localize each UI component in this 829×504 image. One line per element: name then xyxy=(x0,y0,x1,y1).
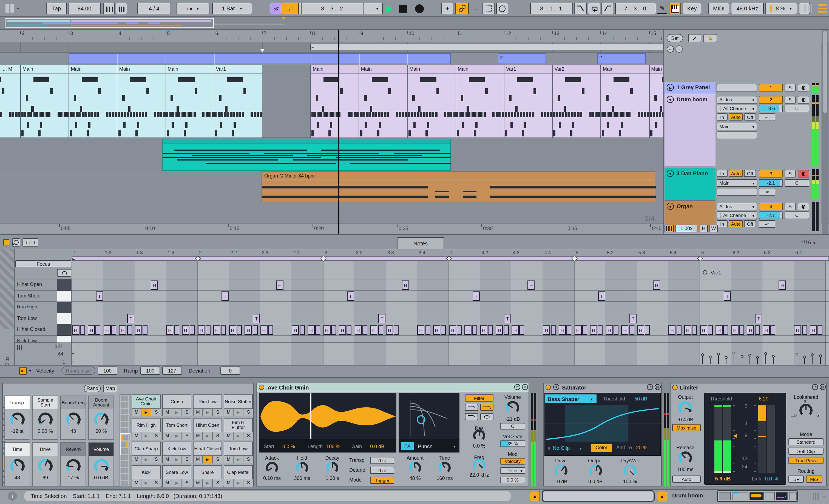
macro-knob[interactable] xyxy=(10,459,25,473)
drum-pad-kick-low[interactable]: Kick LowM▶S xyxy=(162,441,191,463)
arrangement-clip-drum[interactable]: Var1 xyxy=(504,65,552,138)
routing-ms-button[interactable]: M/S xyxy=(806,475,822,482)
preview-headphone-button[interactable] xyxy=(57,269,71,277)
filter-morph-button[interactable] xyxy=(480,413,494,420)
cpu-meter[interactable]: 8 %▼ xyxy=(765,3,797,14)
input-type-menu[interactable]: All Ins▼ xyxy=(717,203,757,210)
midi-note-cell[interactable] xyxy=(692,325,697,335)
pad-solo-button[interactable]: S xyxy=(244,479,253,487)
monitor-off-button[interactable]: Off xyxy=(744,113,756,120)
monitor-in-button[interactable]: In xyxy=(717,220,728,227)
pad-solo-button[interactable]: S xyxy=(213,479,223,487)
pad-play-button[interactable]: ▶ xyxy=(141,432,151,440)
note-grid[interactable] xyxy=(72,249,829,377)
drum-pad-snare-low[interactable]: Snare LowM▶S xyxy=(162,465,191,487)
pad-mute-button[interactable]: M xyxy=(132,432,141,440)
follow-button[interactable]: →┆ xyxy=(281,3,299,14)
sample-info-bar[interactable]: Start0.0 %Length100 %Gain0.0 dB xyxy=(259,439,396,453)
midi-note-cell[interactable]: T xyxy=(253,314,260,323)
pad-mute-button[interactable]: M xyxy=(132,479,141,487)
pad-solo-button[interactable]: S xyxy=(213,409,223,416)
pad-solo-button[interactable]: S xyxy=(151,409,161,416)
midi-note-cell[interactable] xyxy=(488,325,493,335)
pad-play-button[interactable]: ▶ xyxy=(203,432,213,440)
pad-play-button[interactable]: ▶ xyxy=(172,456,182,463)
audio-to-empty[interactable] xyxy=(717,188,757,196)
drum-pad-ave-choir-gmin[interactable]: Ave Choir GminM▶S xyxy=(132,394,160,416)
tab-notes[interactable]: Notes xyxy=(397,237,444,249)
input-channel-menu[interactable]: ┆ All Channe▼ xyxy=(717,211,757,219)
dry-wet-knob[interactable] xyxy=(624,464,636,477)
midi-note-cell[interactable]: H xyxy=(323,325,330,335)
midi-note-cell[interactable]: T xyxy=(221,292,229,301)
midi-note-cell[interactable]: T xyxy=(629,314,637,323)
arrangement-clip-drum[interactable]: Main xyxy=(165,65,214,138)
tempo-field[interactable]: 84.00 xyxy=(68,3,101,14)
arrangement-clip-drum[interactable]: Main xyxy=(601,65,649,138)
draw-mode-button[interactable]: ✎ xyxy=(657,3,667,14)
threshold-value[interactable]: -5.9 dB xyxy=(713,475,730,481)
waveform-zoom-button[interactable] xyxy=(664,225,674,232)
clip-marker-var1[interactable]: Var1 xyxy=(703,270,736,276)
midi-note-cell[interactable] xyxy=(645,325,650,335)
param-value[interactable]: 0.0 dB xyxy=(370,444,384,449)
fx-toggle[interactable]: FX xyxy=(401,442,414,450)
note-tools-button[interactable]: ⇤ xyxy=(19,367,27,375)
midi-note-cell[interactable] xyxy=(504,325,508,335)
clip-boundary-diamond-icon[interactable] xyxy=(195,256,201,262)
pad-mute-button[interactable]: M xyxy=(193,479,203,487)
velocity-marker[interactable] xyxy=(772,355,775,358)
param-value[interactable]: 100 % xyxy=(326,444,340,449)
midi-note-cell[interactable]: H xyxy=(88,325,95,335)
midi-note-cell[interactable]: T xyxy=(127,314,134,323)
rand-button[interactable]: Rand xyxy=(84,385,101,392)
simpler-volume-knob[interactable] xyxy=(506,401,519,414)
midi-note-cell[interactable] xyxy=(708,325,713,335)
clip-view-selector[interactable] xyxy=(542,490,655,502)
loop-start-field[interactable]: 8. 1. 1 xyxy=(530,3,573,14)
filter-type-button[interactable] xyxy=(480,404,494,411)
routing-lr-button[interactable]: L/R xyxy=(788,475,804,482)
clip-mode-menu[interactable]: No Clip xyxy=(553,445,570,451)
midi-note-cell[interactable]: H xyxy=(543,325,550,335)
midi-note-cell[interactable]: H xyxy=(402,280,409,289)
midi-note-cell[interactable]: H xyxy=(794,325,801,335)
arrangement-clip-drum[interactable]: Main xyxy=(117,65,165,138)
session-record-button[interactable] xyxy=(496,3,508,14)
midi-note-cell[interactable]: H xyxy=(496,325,503,335)
midi-note-cell[interactable] xyxy=(127,325,132,335)
track-number-button[interactable]: 3 xyxy=(759,170,783,178)
output-type-menu[interactable]: Main▼ xyxy=(717,179,757,187)
monitor-off-button[interactable]: Off xyxy=(744,170,756,177)
midi-note-cell[interactable]: H xyxy=(103,325,110,335)
arrangement-position-field[interactable]: 8. 3. 2 xyxy=(301,3,364,14)
solo-button[interactable]: S xyxy=(785,84,796,91)
midi-note-cell[interactable] xyxy=(190,325,195,335)
maximize-button[interactable]: Maximize xyxy=(672,424,701,431)
param-value[interactable]: 0.0 % xyxy=(282,444,295,449)
pad-play-button[interactable]: ▶ xyxy=(172,479,182,487)
deviation-field[interactable]: 0 xyxy=(220,366,240,375)
drum-pad-noise-stutter[interactable]: Noise StutterM▶S xyxy=(224,394,253,416)
midi-note-cell[interactable] xyxy=(221,325,226,335)
sample-waveform-display[interactable] xyxy=(259,393,396,439)
fx-mode-caret-icon[interactable]: ▼ xyxy=(453,445,456,448)
window-collapse-icon[interactable] xyxy=(5,4,14,12)
track-fold-icon[interactable]: ▼ xyxy=(667,96,674,103)
midi-note-cell[interactable] xyxy=(300,325,304,335)
menu-hamburger-icon[interactable] xyxy=(818,4,827,12)
track-header-drum-boom[interactable]: ▼Drum boom xyxy=(664,94,716,167)
nudge-up-button[interactable] xyxy=(116,3,127,14)
shaper-display[interactable]: Bass Shaper▼Threshold-50 dBNo Clip▼Color… xyxy=(544,393,661,456)
fold-button[interactable]: Fold xyxy=(23,238,38,246)
ramp-from-field[interactable]: 100 xyxy=(140,366,160,375)
focus-button[interactable]: Focus xyxy=(15,260,71,267)
pad-play-button[interactable]: ▶ xyxy=(203,479,213,487)
drum-pad-hihat-open[interactable]: Hihat OpenM▶S xyxy=(193,418,222,440)
midi-note-cell[interactable] xyxy=(237,325,242,335)
midi-note-cell[interactable]: H xyxy=(197,325,205,335)
pad-mute-button[interactable]: M xyxy=(224,432,233,440)
midi-note-cell[interactable]: H xyxy=(182,325,189,335)
arm-record-button[interactable] xyxy=(798,84,809,91)
midi-note-cell[interactable] xyxy=(723,325,728,335)
